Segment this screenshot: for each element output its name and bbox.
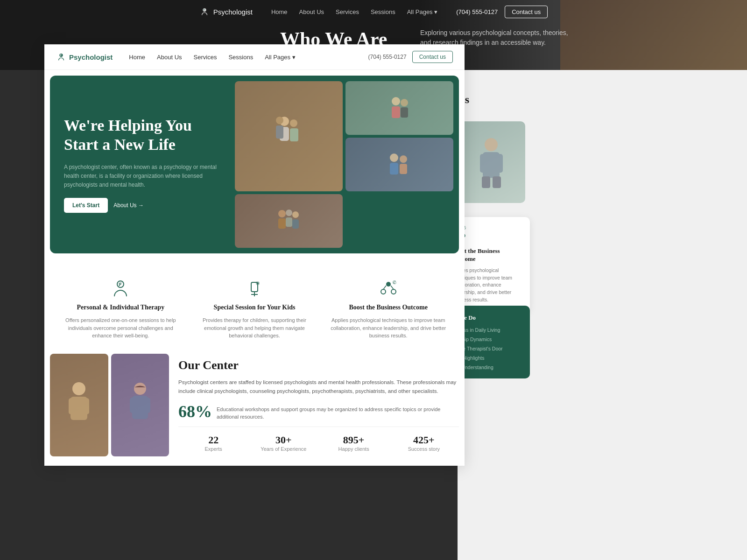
hero-photo-2-figures: [386, 94, 414, 122]
hero-image-2: [345, 81, 453, 135]
personal-therapy-icon: P: [111, 279, 130, 298]
business-outcome-icon: [379, 279, 398, 298]
center-images: [50, 354, 169, 456]
svg-rect-15: [390, 163, 398, 175]
center-photo-2-figure: [126, 377, 154, 433]
white-nav-services[interactable]: Services: [194, 54, 217, 61]
top-nav-services[interactable]: Services: [336, 8, 359, 15]
svg-rect-49: [497, 154, 503, 173]
lets-start-button[interactable]: Let's Start: [64, 198, 108, 213]
therapist-image-card: [458, 121, 525, 203]
svg-rect-45: [145, 398, 150, 413]
service-card-1: P Personal & Individual Therapy Offers p…: [58, 278, 183, 340]
main-card: P Psychologist Home About Us Services Se…: [44, 44, 465, 466]
center-photo-1-figure: [65, 377, 93, 433]
stat-experience: 30+ Years of Experience: [248, 434, 318, 452]
service-card-2: Special Session for Your Kids Provides t…: [192, 278, 317, 340]
top-nav-sessions[interactable]: Sessions: [371, 8, 395, 15]
hero-photo-4-figures: [275, 207, 303, 235]
service-card-3: Boost the Business Outcome Applies psych…: [326, 278, 451, 340]
top-contact-button[interactable]: Contact us: [505, 6, 548, 18]
center-image-1: [50, 354, 108, 456]
stat-highlight: 68% Educational workshops and support gr…: [178, 403, 459, 421]
top-navbar: P Psychologist Home About Us Services Se…: [0, 0, 747, 23]
svg-rect-44: [130, 398, 135, 413]
svg-rect-11: [392, 106, 400, 118]
white-contact-button[interactable]: Contact us: [412, 51, 453, 63]
white-nav-allpages[interactable]: All Pages ▾: [265, 54, 296, 61]
hero-photo-3: [345, 138, 453, 191]
top-nav-links: Home About Us Services Sessions All Page…: [271, 8, 437, 15]
top-logo-icon: P: [199, 7, 210, 17]
service-title-1: Personal & Individual Therapy: [77, 303, 165, 312]
white-logo[interactable]: P Psychologist: [56, 52, 113, 62]
svg-point-26: [119, 282, 122, 285]
hero-heading: We're Helping You Start a New Life: [64, 116, 218, 154]
svg-line-36: [391, 286, 394, 289]
hero-photo-1: [235, 81, 343, 191]
hero-image-3: [345, 138, 453, 191]
svg-rect-50: [482, 176, 490, 188]
svg-point-42: [134, 383, 146, 395]
svg-rect-21: [286, 217, 292, 227]
svg-rect-9: [276, 126, 283, 139]
top-logo-text: Psychologist: [213, 8, 253, 16]
top-nav-home[interactable]: Home: [271, 8, 288, 15]
service-desc-3: Applies psychological techniques to impr…: [326, 316, 451, 340]
white-nav-home[interactable]: Home: [129, 54, 145, 61]
center-photo-1: [50, 354, 108, 456]
white-nav-about[interactable]: About Us: [157, 54, 182, 61]
top-phone: (704) 555-0127: [456, 8, 498, 15]
white-phone: (704) 555-0127: [368, 54, 407, 60]
hero-buttons: Let's Start About Us →: [64, 198, 218, 213]
stat-success-label: Success story: [389, 446, 459, 452]
stat-happy-label: Happy clients: [319, 446, 389, 452]
svg-point-34: [391, 289, 396, 294]
our-center-heading: Our Center: [178, 358, 459, 372]
our-center-body: Psychologist centers are staffed by lice…: [178, 378, 459, 396]
svg-rect-48: [480, 154, 486, 173]
service-icon-2: [244, 278, 265, 299]
service-icon-1: P: [110, 278, 131, 299]
stat-experts: 22 Experts: [178, 434, 248, 452]
white-logo-icon: P: [56, 52, 66, 62]
top-nav-about[interactable]: About Us: [299, 8, 324, 15]
svg-text:P: P: [60, 54, 62, 56]
svg-rect-13: [401, 107, 408, 118]
svg-point-12: [401, 99, 408, 106]
white-nav-links: Home About Us Services Sessions All Page…: [129, 54, 352, 61]
stat-experience-label: Years of Experience: [248, 446, 318, 452]
svg-point-38: [72, 382, 85, 395]
hero-photo-2: [345, 81, 453, 135]
svg-point-10: [392, 97, 400, 105]
services-section: P Personal & Individual Therapy Offers p…: [44, 259, 465, 354]
top-logo[interactable]: P Psychologist: [199, 7, 253, 17]
stat-happy-clients: 895+ Happy clients: [319, 434, 389, 452]
hero-section: We're Helping You Start a New Life A psy…: [50, 76, 459, 253]
stat-experts-number: 22: [178, 434, 248, 446]
svg-point-32: [386, 282, 391, 287]
top-contact-area: (704) 555-0127 Contact us: [456, 6, 548, 18]
hero-photo-1-figures: [273, 113, 305, 160]
stat-success: 425+ Success story: [389, 434, 459, 452]
hero-description: A psychologist center, often known as a …: [64, 163, 218, 190]
top-nav-allpages[interactable]: All Pages ▾: [407, 8, 438, 15]
svg-rect-40: [69, 398, 74, 414]
white-nav-sessions[interactable]: Sessions: [228, 54, 253, 61]
service-desc-1: Offers personalized one-on-one sessions …: [58, 316, 183, 340]
svg-point-20: [286, 210, 292, 216]
stat-description: Educational workshops and support groups…: [217, 403, 459, 421]
hero-photo-4: [235, 194, 343, 248]
svg-point-46: [485, 138, 498, 151]
svg-rect-17: [400, 164, 407, 174]
svg-point-31: [257, 282, 259, 284]
svg-rect-51: [493, 176, 501, 188]
hero-image-4: [235, 194, 343, 248]
stat-experience-number: 30+: [248, 434, 318, 446]
service-title-3: Boost the Business Outcome: [349, 303, 427, 312]
svg-point-18: [278, 210, 286, 217]
our-center-section: Our Center Psychologist centers are staf…: [44, 354, 465, 466]
svg-line-35: [383, 286, 386, 289]
center-photo-2: [111, 354, 169, 456]
about-us-button[interactable]: About Us →: [113, 202, 144, 209]
